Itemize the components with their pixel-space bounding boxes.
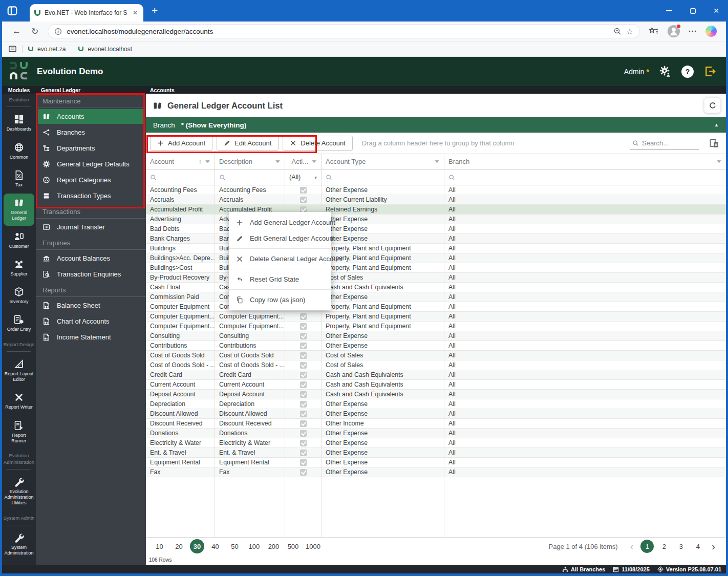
column-header-branch[interactable]: Branch bbox=[444, 154, 726, 169]
cell-account-type[interactable]: Cost of Sales bbox=[322, 360, 444, 370]
column-chooser-icon[interactable] bbox=[709, 138, 719, 148]
cell-branch[interactable]: All bbox=[444, 380, 726, 390]
cell-account[interactable]: Deposit Account bbox=[146, 390, 215, 399]
prev-page-icon[interactable]: ‹ bbox=[628, 541, 636, 551]
cell-description[interactable]: Discount Allowed bbox=[215, 409, 285, 419]
cell-account[interactable]: Cost of Goods Sold - ... bbox=[146, 360, 215, 370]
copilot-icon[interactable] bbox=[705, 26, 717, 37]
cell-branch[interactable]: All bbox=[444, 409, 726, 419]
cell-branch[interactable]: All bbox=[444, 390, 726, 399]
module-item-tax[interactable]: Tax bbox=[4, 166, 34, 192]
checkbox-checked[interactable] bbox=[300, 401, 307, 408]
cell-active[interactable] bbox=[285, 341, 322, 351]
cell-account[interactable]: Computer Equipment bbox=[146, 302, 215, 312]
bookmark-star-icon[interactable]: ☆ bbox=[626, 27, 633, 36]
checkbox-checked[interactable] bbox=[300, 313, 307, 320]
cell-account-type[interactable]: Other Expense bbox=[322, 438, 444, 448]
checkbox-checked[interactable] bbox=[300, 372, 307, 378]
new-tab-button[interactable]: + bbox=[152, 5, 158, 16]
page-size-200[interactable]: 200 bbox=[265, 539, 282, 553]
cell-account-type[interactable]: Other Expense bbox=[322, 409, 444, 419]
module-item-report-layout-editor[interactable]: Report Layout Editor bbox=[4, 355, 34, 387]
column-header-active[interactable]: Acti... bbox=[285, 154, 322, 169]
menu-item-account-balances[interactable]: Account Balances bbox=[38, 251, 144, 266]
menu-item-transaction-enquiries[interactable]: Transaction Enquiries bbox=[38, 267, 144, 282]
cell-account-type[interactable]: Property, Plant and Equipment bbox=[322, 312, 444, 322]
grid-search[interactable] bbox=[630, 137, 699, 150]
column-header-account-type[interactable]: Account Type bbox=[322, 154, 444, 169]
cell-account-type[interactable]: Other Expense bbox=[322, 331, 444, 341]
page-number-1[interactable]: 1 bbox=[640, 540, 654, 553]
cell-branch[interactable]: All bbox=[444, 292, 726, 302]
page-size-40[interactable]: 40 bbox=[207, 539, 224, 553]
module-item-inventory[interactable]: Inventory bbox=[4, 283, 34, 309]
cell-account-type[interactable]: Property, Plant and Equipment bbox=[322, 263, 444, 273]
workspaces-icon[interactable] bbox=[7, 5, 18, 16]
cell-account[interactable]: Current Account bbox=[146, 380, 215, 390]
add-account-button[interactable]: Add Account bbox=[150, 136, 212, 151]
filter-cell-account-type[interactable] bbox=[322, 169, 444, 185]
menu-item-report-categories[interactable]: Report Categories bbox=[38, 173, 144, 187]
checkbox-checked[interactable] bbox=[300, 343, 307, 349]
collapse-icon[interactable]: ▲ bbox=[714, 122, 719, 127]
cell-description[interactable]: Computer Equipment... bbox=[215, 312, 285, 322]
cell-branch[interactable]: All bbox=[444, 312, 726, 322]
checkbox-checked[interactable] bbox=[300, 323, 307, 330]
cell-account[interactable]: Contributions bbox=[146, 341, 215, 351]
cell-account[interactable]: Donations bbox=[146, 429, 215, 438]
user-settings-icon[interactable] bbox=[659, 66, 671, 77]
close-button[interactable]: ✕ bbox=[704, 0, 728, 22]
cell-active[interactable] bbox=[285, 409, 322, 419]
cell-account-type[interactable]: Other Expense bbox=[322, 185, 444, 195]
delete-account-button[interactable]: Delete Account bbox=[283, 136, 352, 151]
cell-branch[interactable]: All bbox=[444, 331, 726, 341]
cell-active[interactable] bbox=[285, 458, 322, 467]
module-item-report-runner[interactable]: Report Runner bbox=[4, 416, 34, 449]
cell-account-type[interactable]: Other Current Liability bbox=[322, 195, 444, 205]
cell-active[interactable] bbox=[285, 312, 322, 322]
cell-account-type[interactable]: Cash and Cash Equivalents bbox=[322, 390, 444, 399]
profile-avatar[interactable] bbox=[668, 25, 680, 37]
cell-branch[interactable]: All bbox=[444, 351, 726, 360]
cell-branch[interactable]: All bbox=[444, 185, 726, 195]
checkbox-checked[interactable] bbox=[300, 411, 307, 417]
cell-account-type[interactable]: Cash and Cash Equivalents bbox=[322, 370, 444, 380]
page-size-30[interactable]: 30 bbox=[190, 539, 204, 553]
cell-account[interactable]: Equipment Rental bbox=[146, 458, 215, 467]
cell-account[interactable]: Computer Equipment... bbox=[146, 322, 215, 331]
logout-icon[interactable] bbox=[704, 66, 716, 77]
cell-branch[interactable]: All bbox=[444, 419, 726, 429]
module-item-evolution-administration-utilities[interactable]: Evolution Administration Utilities bbox=[4, 473, 34, 510]
cell-active[interactable] bbox=[285, 467, 322, 477]
cell-account[interactable]: By-Product Recovery bbox=[146, 273, 215, 283]
cell-account[interactable]: Cost of Goods Sold bbox=[146, 351, 215, 360]
menu-item-journal-transfer[interactable]: Journal Transfer bbox=[38, 220, 144, 234]
page-size-500[interactable]: 500 bbox=[285, 539, 302, 553]
cell-description[interactable]: Equipment Rental bbox=[215, 458, 285, 467]
checkbox-checked[interactable] bbox=[300, 187, 307, 194]
cell-branch[interactable]: All bbox=[444, 458, 726, 467]
menu-item-general-ledger-defaults[interactable]: General Ledger Defaults bbox=[38, 157, 144, 172]
favorites-icon[interactable] bbox=[649, 27, 658, 36]
cell-active[interactable] bbox=[285, 360, 322, 370]
cell-description[interactable]: Electricity & Water bbox=[215, 438, 285, 448]
filter-cell-account[interactable] bbox=[146, 169, 215, 185]
cell-account-type[interactable]: Other Expense bbox=[322, 215, 444, 224]
page-size-1000[interactable]: 1000 bbox=[304, 539, 322, 553]
cell-branch[interactable]: All bbox=[444, 205, 726, 215]
cell-account-type[interactable]: Cash and Cash Equivalents bbox=[322, 283, 444, 292]
cell-active[interactable] bbox=[285, 429, 322, 438]
page-size-50[interactable]: 50 bbox=[226, 539, 243, 553]
filter-cell-branch[interactable] bbox=[444, 169, 726, 185]
column-header-description[interactable]: Description bbox=[215, 154, 285, 169]
cell-description[interactable]: Accounting Fees bbox=[215, 185, 285, 195]
cell-account-type[interactable]: Other Expense bbox=[322, 429, 444, 438]
cell-branch[interactable]: All bbox=[444, 234, 726, 244]
cell-account[interactable]: Bank Charges bbox=[146, 234, 215, 244]
cell-account[interactable]: Cash Float bbox=[146, 283, 215, 292]
filter-cell-description[interactable] bbox=[215, 169, 285, 185]
cell-account[interactable]: Consulting bbox=[146, 331, 215, 341]
minimize-button[interactable] bbox=[657, 0, 681, 22]
context-menu-item-delete-general-ledger-account[interactable]: Delete General Ledger Account bbox=[229, 251, 331, 267]
page-size-20[interactable]: 20 bbox=[170, 539, 187, 553]
